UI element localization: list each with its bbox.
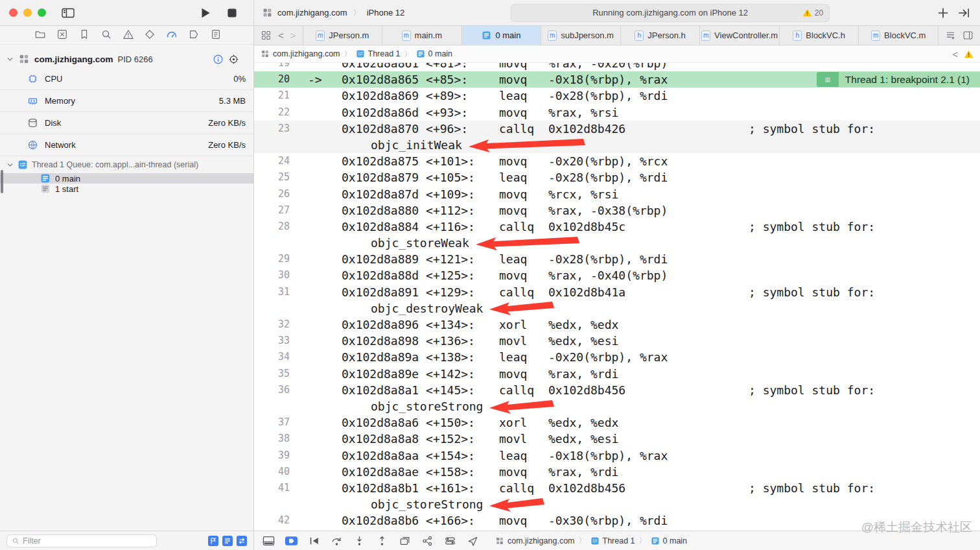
jumpbar-crumb-thread-1[interactable]: Thread 1 — [356, 49, 401, 58]
tab-blockvc-m[interactable]: mBlockVC.m — [858, 26, 938, 45]
asm-line-41-wrap[interactable]: objc_storeStrong — [254, 496, 980, 512]
stack-frame-0-main[interactable]: 0 main — [0, 173, 253, 184]
gauge-disk[interactable]: DiskZero KB/s — [0, 112, 253, 134]
target-icon[interactable] — [228, 54, 239, 65]
asm-line-32[interactable]: 320x102d8a896 <+134>:xorl%edx, %edx — [254, 317, 980, 333]
step-over-button[interactable] — [330, 535, 344, 547]
stop-button[interactable] — [225, 6, 239, 20]
asm-line-27[interactable]: 270x102d8a880 <+112>:movq%rax, -0x38(%rb… — [254, 202, 980, 219]
sidebar-scrollbar[interactable] — [1, 170, 3, 193]
back-button[interactable]: < — [278, 30, 284, 40]
filter-input[interactable]: Filter — [6, 534, 157, 547]
related-items-icon[interactable] — [261, 30, 272, 41]
asm-line-35[interactable]: 350x102d8a89e <+142>:movq%rax, %rdi — [254, 366, 980, 382]
debug-view-hierarchy-button[interactable] — [398, 535, 412, 547]
chevron-down-icon[interactable] — [6, 161, 14, 169]
gauge-memory[interactable]: Memory5.3 MB — [0, 90, 253, 112]
asm-line-42[interactable]: 420x102d8a8b6 <+166>:movq-0x30(%rbp), %r… — [254, 512, 980, 529]
tab-blockvc-h[interactable]: hBlockVC.h — [779, 26, 859, 45]
tab-jperson-m[interactable]: mJPerson.m — [303, 26, 382, 45]
jumpbar-crumb-0-main[interactable]: 0 main — [416, 49, 453, 58]
filter-queue-button[interactable] — [222, 536, 233, 546]
find-navigator-icon[interactable] — [100, 29, 113, 42]
filter-flag-button[interactable] — [208, 536, 218, 546]
debug-area-toggle[interactable] — [262, 535, 275, 547]
breakpoint-badge[interactable]: ≡Thread 1: breakpoint 2.1 (1) — [817, 72, 980, 87]
test-navigator-icon[interactable] — [143, 29, 156, 42]
thread-row[interactable]: Thread 1 Queue: com.appl...ain-thread (s… — [0, 156, 253, 173]
asm-line-36[interactable]: 360x102d8a8a1 <+145>:callq0x102d8b456; s… — [254, 382, 980, 398]
disassembly-editor[interactable]: 190x102d8a861 <+81>:movq%rax, -0x20(%rbp… — [254, 63, 980, 531]
tab-main-m[interactable]: mmain.m — [382, 26, 461, 45]
asm-line-19[interactable]: 190x102d8a861 <+81>:movq%rax, -0x20(%rbp… — [254, 63, 980, 71]
continue-button[interactable] — [307, 535, 321, 547]
breakpoints-toggle[interactable] — [285, 535, 298, 547]
activity-view[interactable]: Running com.jizhigang.com on iPhone 12 2… — [511, 4, 830, 22]
asm-line-23-wrap[interactable]: objc_initWeak — [254, 137, 980, 153]
editor-options-icon[interactable] — [945, 30, 956, 41]
asm-line-39[interactable]: 390x102d8a8aa <+154>:leaq-0x18(%rbp), %r… — [254, 448, 980, 464]
editor-layout-button[interactable] — [957, 6, 971, 20]
debugbar-crumb-0-main[interactable]: 0 main — [651, 536, 688, 545]
zoom-button[interactable] — [38, 8, 46, 17]
forward-button[interactable]: > — [290, 30, 296, 40]
chevron-down-icon[interactable] — [6, 56, 14, 63]
asm-line-41[interactable]: 410x102d8a8b1 <+161>:callq0x102d8b456; s… — [254, 480, 980, 496]
asm-line-38[interactable]: 380x102d8a8a8 <+152>:movl%edx, %esi — [254, 431, 980, 447]
asm-line-37[interactable]: 370x102d8a8a6 <+150>:xorl%edx, %edx — [254, 414, 980, 431]
asm-line-28[interactable]: 280x102d8a884 <+116>:callq0x102d8b45c; s… — [254, 219, 980, 235]
gauge-network[interactable]: NetworkZero KB/s — [0, 134, 253, 156]
asm-line-23[interactable]: 230x102d8a870 <+96>:callq0x102d8b426; sy… — [254, 121, 980, 137]
jumpbar-crumb-com-jizhigang-com[interactable]: com.jizhigang.com — [261, 49, 340, 58]
breakpoint-navigator-icon[interactable] — [187, 29, 200, 42]
issue-navigator-icon[interactable] — [122, 29, 135, 42]
add-editor-icon[interactable] — [962, 30, 974, 41]
symbol-navigator-icon[interactable] — [78, 29, 91, 42]
debugbar-crumb-thread-1[interactable]: Thread 1 — [590, 536, 635, 545]
info-icon[interactable] — [213, 54, 224, 65]
asm-line-31-wrap[interactable]: objc_destroyWeak — [254, 300, 980, 317]
tab-jperson-h[interactable]: hJPerson.h — [620, 26, 700, 45]
report-navigator-icon[interactable] — [209, 29, 222, 42]
scheme-device-name[interactable]: iPhone 12 — [367, 8, 405, 18]
library-button[interactable] — [936, 6, 950, 20]
asm-line-31[interactable]: 310x102d8a891 <+129>:callq0x102d8b41a; s… — [254, 284, 980, 300]
asm-line-26[interactable]: 260x102d8a87d <+109>:movq%rcx, %rsi — [254, 186, 980, 202]
process-row[interactable]: com.jizhigang.com PID 6266 — [0, 45, 253, 68]
asm-line-36-wrap[interactable]: objc_storeStrong — [254, 398, 980, 414]
step-out-button[interactable] — [375, 535, 389, 547]
scheme-selector[interactable]: com.jizhigang.com 〉 iPhone 12 — [262, 7, 404, 18]
memory-graph-button[interactable] — [421, 535, 434, 547]
asm-line-29[interactable]: 290x102d8a889 <+121>:leaq-0x28(%rbp), %r… — [254, 251, 980, 267]
asm-line-30[interactable]: 300x102d8a88d <+125>:movq%rax, -0x40(%rb… — [254, 267, 980, 283]
asm-line-21[interactable]: 210x102d8a869 <+89>:leaq-0x28(%rbp), %rd… — [254, 88, 980, 104]
simulate-location-button[interactable] — [466, 535, 480, 547]
project-navigator-icon[interactable] — [34, 29, 47, 42]
step-into-button[interactable] — [353, 535, 366, 547]
debug-navigator-icon[interactable] — [165, 29, 178, 42]
tab-0-main[interactable]: 0 main — [461, 26, 541, 45]
issues-warning-icon[interactable] — [964, 50, 974, 58]
stack-frame-1-start[interactable]: 1 start — [0, 184, 253, 194]
source-control-navigator-icon[interactable] — [56, 29, 69, 42]
environment-overrides-button[interactable] — [443, 535, 457, 547]
asm-line-25[interactable]: 250x102d8a879 <+105>:leaq-0x28(%rbp), %r… — [254, 169, 980, 185]
tab-viewcontroller-m[interactable]: mViewController.m — [699, 26, 779, 45]
close-button[interactable] — [9, 8, 18, 17]
debugbar-crumb-com-jizhigang-com[interactable]: com.jizhigang.com — [495, 536, 575, 545]
asm-line-28-wrap[interactable]: objc_storeWeak — [254, 235, 980, 251]
run-button[interactable] — [198, 6, 213, 20]
asm-line-22[interactable]: 220x102d8a86d <+93>:movq%rax, %rsi — [254, 104, 980, 121]
filter-view-mode-button[interactable] — [237, 536, 247, 546]
sidebar-toggle-button[interactable] — [61, 6, 75, 20]
chevron-left-icon[interactable]: < — [952, 49, 958, 59]
asm-line-40[interactable]: 400x102d8a8ae <+158>:movq%rax, %rdi — [254, 464, 980, 480]
asm-line-33[interactable]: 330x102d8a898 <+136>:movl%edx, %esi — [254, 333, 980, 349]
asm-line-34[interactable]: 340x102d8a89a <+138>:leaq-0x20(%rbp), %r… — [254, 349, 980, 365]
warning-count-badge[interactable]: 20 — [802, 5, 823, 21]
asm-line-24[interactable]: 240x102d8a875 <+101>:movq-0x20(%rbp), %r… — [254, 153, 980, 169]
minimize-button[interactable] — [23, 8, 32, 17]
tab-subjperson-m[interactable]: msubJperson.m — [541, 26, 620, 45]
gauge-cpu[interactable]: CPU0% — [0, 68, 253, 90]
asm-line-20[interactable]: 20->0x102d8a865 <+85>:movq-0x18(%rbp), %… — [254, 71, 980, 88]
